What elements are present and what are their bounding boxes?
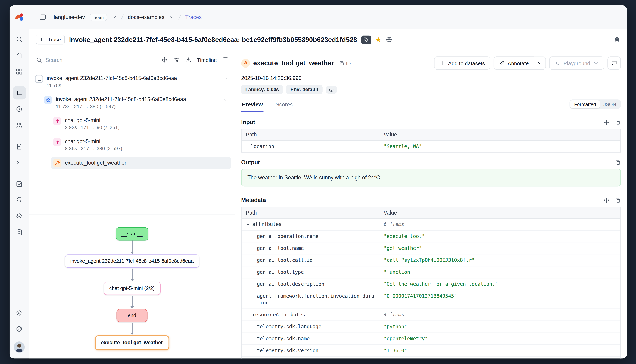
sidebar-toggle-icon[interactable] xyxy=(36,10,49,24)
format-toggle: Formatted JSON xyxy=(570,99,621,109)
globe-icon[interactable] xyxy=(386,36,392,43)
table-row: gen_ai.tool.name "get_weather" xyxy=(242,242,620,254)
kv-path: telemetry.sdk.name xyxy=(242,333,381,344)
tree-row-trace[interactable]: invoke_agent 232de211-7fcf-45c8-b415-6af… xyxy=(33,72,231,91)
generation-icon xyxy=(53,117,61,125)
format-formatted-option[interactable]: Formatted xyxy=(570,100,600,108)
kv-value: "call_PsylzxTpQh4i0OIJ3t0x8flr" xyxy=(381,254,620,266)
env-badge: Env: default xyxy=(286,85,322,94)
prompts-icon[interactable] xyxy=(13,140,26,153)
graph-node-agent[interactable]: invoke_agent 232de211-7fcf-45c8-b415-6af… xyxy=(64,254,199,268)
kv-value: "1.36.0" xyxy=(381,345,620,356)
kv-path: telemetry.sdk.language xyxy=(242,321,381,332)
graph-node-tool-selected[interactable]: execute_tool get_weather xyxy=(95,335,169,350)
column-path: Path xyxy=(242,207,381,218)
graph-node-end[interactable]: __end__ xyxy=(116,309,148,322)
chevron-down-icon[interactable] xyxy=(223,96,229,104)
langfuse-logo[interactable] xyxy=(14,12,25,23)
add-to-datasets-button[interactable]: Add to datasets xyxy=(434,56,490,70)
chevron-down-icon[interactable] xyxy=(246,222,250,227)
timeline-toggle[interactable]: Timeline xyxy=(197,57,217,63)
copy-id-button[interactable]: ID xyxy=(339,60,351,66)
kv-items-count: 4 items xyxy=(381,309,620,320)
tree-row-tool-selected[interactable]: execute_tool get_weather xyxy=(51,157,231,169)
graph-edge xyxy=(132,323,132,333)
chevron-down-icon[interactable] xyxy=(223,75,229,83)
copy-icon[interactable] xyxy=(614,119,621,126)
trace-type-badge: Trace xyxy=(36,35,65,44)
playground-button[interactable]: Playground xyxy=(549,56,604,70)
home-icon[interactable] xyxy=(13,49,26,62)
tree-node-duration: 11.78s xyxy=(47,82,61,88)
column-path: Path xyxy=(242,129,381,140)
support-icon[interactable] xyxy=(13,322,26,335)
insights-icon[interactable] xyxy=(13,194,26,206)
trace-title: invoke_agent 232de211-7fcf-45c8-b415-6af… xyxy=(69,36,357,44)
table-row: gen_ai.operation.name "execute_tool" xyxy=(242,230,620,242)
kv-path: agent_framework.function.invocation.dura… xyxy=(242,290,381,308)
sessions-icon[interactable] xyxy=(13,102,26,116)
dashboards-icon[interactable] xyxy=(13,65,26,78)
column-value: Value xyxy=(381,129,620,140)
main-area: langfuse-dev Team / docs-examples / Trac… xyxy=(29,5,627,358)
playground-icon[interactable] xyxy=(13,156,26,169)
table-row: telemetry.sdk.language "python" xyxy=(242,320,620,332)
observation-detail-panel: execute_tool get_weather ID Add to datas… xyxy=(235,50,627,358)
collapse-panel-icon[interactable] xyxy=(222,56,229,63)
download-icon[interactable] xyxy=(185,56,192,63)
tracing-icon[interactable] xyxy=(13,86,26,99)
tree-row-generation-1[interactable]: chat gpt-5-mini 2.92s171 → 90 (Σ 261) xyxy=(51,115,231,133)
chevron-down-icon[interactable] xyxy=(246,312,250,317)
settings-icon[interactable] xyxy=(13,306,26,319)
tag-icon[interactable] xyxy=(361,35,371,44)
tree-node-duration: 8.86s xyxy=(65,146,77,152)
search-input[interactable] xyxy=(46,57,103,63)
kv-value: "function" xyxy=(381,266,620,278)
star-icon[interactable]: ★ xyxy=(375,36,381,43)
breadcrumb-traces-link[interactable]: Traces xyxy=(185,14,201,20)
copy-icon[interactable] xyxy=(614,159,621,165)
tree-row-generation-2[interactable]: chat gpt-5-mini 8.86s217 → 380 (Σ 597) xyxy=(51,136,231,154)
output-heading: Output xyxy=(241,159,260,165)
chevron-down-icon[interactable] xyxy=(111,14,117,20)
input-heading: Input xyxy=(241,119,255,126)
crosshair-icon[interactable] xyxy=(603,197,609,203)
graph-node-start[interactable]: __start__ xyxy=(115,227,148,240)
evaluations-icon[interactable] xyxy=(13,178,26,190)
content-split: Timeline invoke_agent 232de211-7fcf-45c8… xyxy=(29,50,627,358)
copy-icon[interactable] xyxy=(614,197,621,203)
info-icon[interactable] xyxy=(326,86,337,94)
tab-scores[interactable]: Scores xyxy=(275,99,293,112)
breadcrumb-bar: langfuse-dev Team / docs-examples / Trac… xyxy=(29,5,627,29)
kv-path: gen_ai.tool.call.id xyxy=(242,254,381,266)
format-json-option[interactable]: JSON xyxy=(600,100,620,108)
breadcrumb-project[interactable]: docs-examples xyxy=(128,14,164,20)
annotate-dropdown-button[interactable] xyxy=(534,56,546,70)
trash-icon[interactable] xyxy=(614,36,620,43)
kv-path: location xyxy=(242,141,381,152)
display-settings-icon[interactable] xyxy=(173,56,180,63)
annotate-button[interactable]: Annotate xyxy=(494,56,534,70)
comments-button[interactable] xyxy=(607,56,621,70)
exports-icon[interactable] xyxy=(13,226,26,239)
chevron-down-icon[interactable] xyxy=(169,14,174,20)
graph-edge xyxy=(132,268,132,279)
table-row-group[interactable]: resourceAttributes 4 items xyxy=(242,308,620,320)
tree-row-agent[interactable]: invoke_agent 232de211-7fcf-45c8-b415-6af… xyxy=(42,94,231,112)
breadcrumb-org[interactable]: langfuse-dev xyxy=(54,14,85,20)
agent-graph: __start__ invoke_agent 232de211-7fcf-45c… xyxy=(29,214,235,358)
crosshair-icon[interactable] xyxy=(603,119,609,126)
user-avatar[interactable] xyxy=(14,342,25,352)
tree-node-label: chat gpt-5-mini xyxy=(65,117,120,124)
users-icon[interactable] xyxy=(13,118,26,132)
crosshair-icon[interactable] xyxy=(161,56,168,63)
graph-node-chat[interactable]: chat gpt-5-mini (2/2) xyxy=(104,282,161,295)
table-row-group[interactable]: attributes 6 items xyxy=(242,218,620,230)
kv-path: gen_ai.tool.type xyxy=(242,266,381,278)
tab-preview[interactable]: Preview xyxy=(241,99,264,112)
search-icon[interactable] xyxy=(13,32,26,46)
datasets-icon[interactable] xyxy=(13,210,26,223)
trace-badge-label: Trace xyxy=(48,37,61,42)
generation-icon xyxy=(53,138,61,146)
trace-type-icon xyxy=(40,37,46,42)
